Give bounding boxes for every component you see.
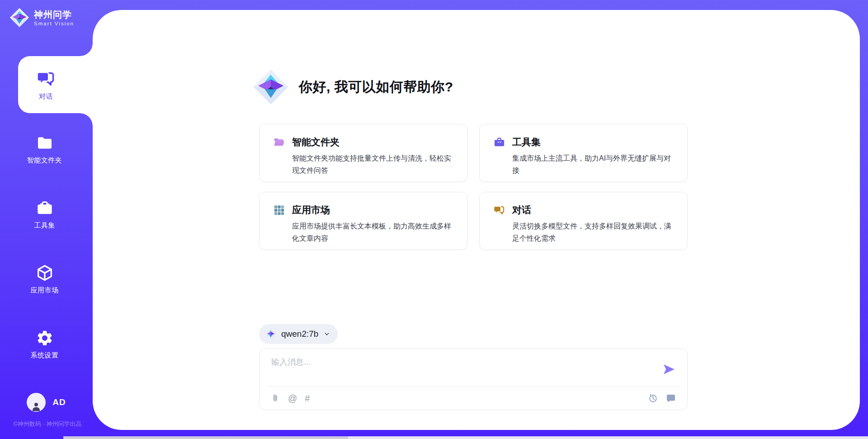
sidebar-item-toolset[interactable]: 工具集 (0, 199, 89, 230)
sidebar-item-smart-folder[interactable]: 智能文件夹 (0, 134, 89, 165)
main-panel: 你好, 我可以如何帮助你? 智能文件夹 智能文件夹功能支持批量文件上传与清洗，轻… (93, 10, 860, 430)
sidebar-item-app-market[interactable]: 应用市场 (0, 264, 89, 295)
card-toolset[interactable]: 工具集 集成市场上主流工具，助力AI与外界无缝扩展与对接 (479, 124, 688, 182)
history-button[interactable] (647, 393, 658, 404)
hashtag-button[interactable]: # (305, 393, 310, 404)
card-title: 工具集 (512, 136, 675, 148)
sidebar-item-label: 对话 (39, 92, 53, 101)
person-icon (30, 400, 42, 412)
send-button[interactable] (662, 362, 676, 377)
folder-open-icon (273, 136, 285, 148)
brand-subtitle: Smart Vision (34, 21, 74, 26)
brand-name: 神州问学 (34, 9, 74, 20)
message-input[interactable] (271, 357, 646, 380)
card-desc: 灵活切换多模型文件，支持多样回复效果调试，满足个性化需求 (512, 220, 675, 244)
attach-button[interactable] (270, 393, 280, 404)
sidebar-item-label: 工具集 (34, 221, 55, 230)
card-body: 应用市场 应用市场提供丰富长文本模板，助力高效生成多样化文章内容 (292, 204, 455, 249)
card-title: 智能文件夹 (292, 136, 455, 148)
card-title: 应用市场 (292, 204, 455, 216)
paperclip-icon (270, 393, 280, 404)
assistant-logo-icon (252, 68, 290, 106)
brand: 神州问学 Smart Vision (0, 7, 93, 28)
card-desc: 智能文件夹功能支持批量文件上传与清洗，轻松实现文件问答 (292, 152, 455, 177)
chevron-down-icon (323, 330, 330, 338)
user-initials: AD (52, 397, 66, 407)
send-icon (662, 362, 676, 377)
toolbox-icon (493, 136, 505, 148)
history-icon (647, 393, 658, 404)
composer: @ # (259, 348, 688, 410)
card-desc: 集成市场上主流工具，助力AI与外界无缝扩展与对接 (512, 152, 675, 177)
card-desc: 应用市场提供丰富长文本模板，助力高效生成多样化文章内容 (292, 220, 455, 244)
composer-tools-left: @ # (270, 393, 310, 404)
card-body: 智能文件夹 智能文件夹功能支持批量文件上传与清洗，轻松实现文件问答 (292, 136, 455, 181)
copyright-text: ©神州数码 · 神州问学出品 (0, 420, 95, 428)
scrollbar-thumb[interactable] (63, 436, 348, 439)
card-smart-folder[interactable]: 智能文件夹 智能文件夹功能支持批量文件上传与清洗，轻松实现文件问答 (259, 124, 467, 182)
greeting-title: 你好, 我可以如何帮助你? (299, 78, 453, 96)
card-body: 对话 灵活切换多模型文件，支持多样回复效果调试，满足个性化需求 (512, 204, 675, 249)
chat-icon (493, 204, 505, 216)
sidebar-item-label: 系统设置 (31, 351, 59, 360)
card-app-market[interactable]: 应用市场 应用市场提供丰富长文本模板，助力高效生成多样化文章内容 (259, 192, 467, 250)
card-chat[interactable]: 对话 灵活切换多模型文件，支持多样回复效果调试，满足个性化需求 (479, 192, 688, 250)
chat-bubble-button[interactable] (665, 393, 676, 404)
model-selector[interactable]: qwen2:7b (259, 324, 338, 344)
horizontal-scrollbar[interactable] (63, 436, 868, 439)
sidebar: 神州问学 Smart Vision 对话 智能文件夹 工具集 (0, 0, 93, 439)
brand-text: 神州问学 Smart Vision (34, 9, 74, 26)
card-title: 对话 (512, 204, 675, 216)
card-body: 工具集 集成市场上主流工具，助力AI与外界无缝扩展与对接 (512, 136, 675, 181)
folder-icon (36, 134, 54, 152)
model-logo-icon (265, 329, 276, 339)
greeting-block: 你好, 我可以如何帮助你? (252, 68, 453, 106)
tiles (274, 205, 284, 215)
at-icon: @ (288, 393, 297, 404)
mention-button[interactable]: @ (288, 393, 297, 404)
grid-cube-icon (273, 204, 285, 216)
composer-divider (266, 386, 680, 387)
chat-icon (36, 69, 56, 89)
model-name: qwen2:7b (281, 329, 318, 339)
brand-logo-icon (9, 7, 30, 28)
sidebar-item-label: 应用市场 (31, 286, 59, 295)
composer-tools-right (647, 393, 676, 404)
gear-icon (36, 329, 54, 347)
user-profile[interactable]: AD (0, 393, 93, 412)
chat-bubble-icon (665, 393, 676, 404)
feature-cards: 智能文件夹 智能文件夹功能支持批量文件上传与清洗，轻松实现文件问答 工具集 集成… (259, 124, 688, 250)
sidebar-item-label: 智能文件夹 (27, 156, 62, 165)
sidebar-item-chat[interactable]: 对话 (18, 56, 93, 113)
avatar (27, 393, 46, 412)
cube-icon (36, 264, 54, 282)
sidebar-item-settings[interactable]: 系统设置 (0, 329, 89, 360)
hash-icon: # (305, 393, 310, 404)
toolbox-icon (36, 199, 54, 217)
